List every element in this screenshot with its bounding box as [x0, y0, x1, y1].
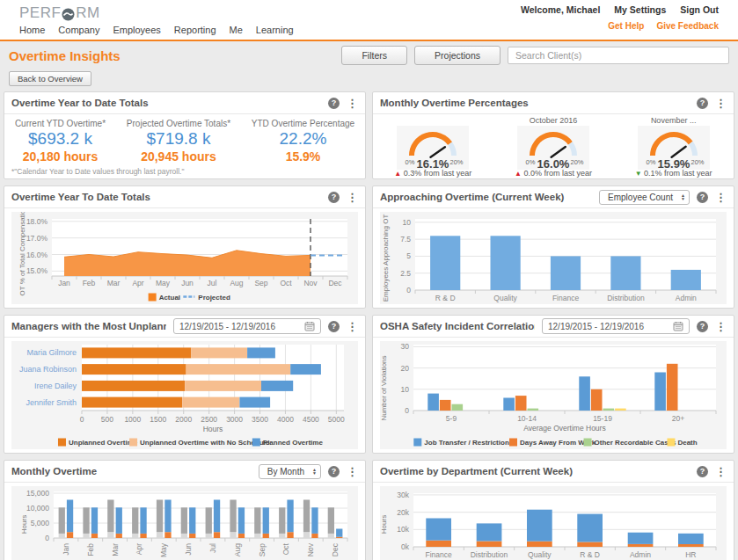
gauge-delta: ▲ 0.0% from last year [505, 169, 602, 178]
panel-ytd-area-chart: Overtime Year To Date Totals ? ⋮ 15.0%16… [4, 185, 366, 309]
app-logo[interactable]: PERFRM [19, 4, 294, 22]
panel-title: Overtime by Department (Current Week) [380, 466, 690, 476]
help-icon[interactable]: ? [328, 466, 340, 477]
nav-learning[interactable]: Learning [256, 25, 294, 35]
give-feedback-link[interactable]: Give Feedback [656, 21, 719, 31]
help-icon[interactable]: ? [697, 98, 708, 109]
chevron-updown-icon: ▲▼ [681, 193, 685, 200]
svg-text:Apr: Apr [135, 543, 143, 555]
svg-text:Admin: Admin [676, 294, 697, 302]
logo-text-prefix: PERF [19, 4, 61, 22]
help-icon[interactable]: ? [697, 466, 708, 477]
panel-managers-unplanned-overtime: Managers with the Most Unplanned Overtim… [4, 315, 366, 454]
svg-text:Dec: Dec [331, 542, 340, 556]
sign-out-link[interactable]: Sign Out [680, 4, 719, 15]
svg-text:2.5: 2.5 [400, 269, 411, 278]
svg-text:OT % of Total Compensation: OT % of Total Compensation [18, 212, 26, 295]
gauge-month-2: October 2016 0%20%16.0% ▲ 0.0% from last… [505, 116, 602, 178]
svg-text:Projected: Projected [198, 294, 230, 302]
gauge-title: October 2016 [505, 116, 602, 126]
svg-text:Unplanned Overtime with No Sch: Unplanned Overtime with No Schedule [140, 439, 270, 447]
svg-text:7.5: 7.5 [400, 235, 411, 244]
panel-osha-correlation: OSHA Safety Incident Correlation 12/19/2… [372, 315, 734, 454]
kpi-primary-value: $693.2 k [15, 129, 106, 149]
search-input[interactable] [508, 47, 729, 64]
svg-text:Juana Robinson: Juana Robinson [19, 365, 77, 374]
welcome-text: Welcome, Michael [521, 4, 600, 15]
kpi-secondary-value: 20,945 hours [127, 149, 230, 164]
kebab-menu-icon[interactable]: ⋮ [347, 321, 358, 332]
kebab-menu-icon[interactable]: ⋮ [715, 98, 727, 109]
panel-title: Monthly Overtime [11, 466, 252, 476]
date-range-picker[interactable]: 12/19/2015 - 12/19/2016 [173, 318, 321, 334]
logo-globe-icon [62, 8, 75, 21]
panel-title: OSHA Safety Incident Correlation [380, 321, 535, 331]
svg-text:20k: 20k [397, 508, 409, 517]
nav-home[interactable]: Home [19, 25, 45, 35]
svg-text:Death: Death [677, 439, 697, 447]
kpi-footnote: *"Calendar Year to Date values through l… [11, 167, 184, 176]
nav-company[interactable]: Company [58, 25, 99, 35]
help-icon[interactable]: ? [328, 192, 340, 203]
metric-dropdown[interactable]: Employee Count▲▼ [599, 190, 690, 205]
nav-me[interactable]: Me [230, 25, 243, 35]
main-nav: Home Company Employees Reporting Me Lear… [19, 25, 294, 40]
gauge-month-3: November ... 0%20%15.9% ▼ 0.1% from last… [625, 116, 722, 178]
svg-text:Unplanned Overtime: Unplanned Overtime [69, 439, 138, 447]
filters-button[interactable]: Filters [341, 46, 407, 65]
kebab-menu-icon[interactable]: ⋮ [715, 192, 727, 203]
help-icon[interactable]: ? [697, 192, 708, 203]
svg-text:Number of Violations: Number of Violations [380, 355, 388, 420]
kpi-label: Current YTD Overtime* [15, 119, 106, 128]
user-links: Welcome, Michael My Settings Sign Out [521, 4, 719, 15]
svg-text:Jul: Jul [208, 543, 217, 553]
kebab-menu-icon[interactable]: ⋮ [347, 98, 358, 109]
nav-reporting[interactable]: Reporting [174, 25, 216, 35]
page-toolbar: Overtime Insights Filters Projections [0, 41, 738, 65]
svg-text:Sep: Sep [254, 279, 267, 287]
kebab-menu-icon[interactable]: ⋮ [715, 321, 727, 332]
page-title: Overtime Insights [9, 48, 121, 63]
svg-text:15.9%: 15.9% [657, 157, 690, 170]
kpi-projected: Projected Overtime Totals* $719.8 k 20,9… [127, 119, 230, 164]
kebab-menu-icon[interactable]: ⋮ [715, 466, 727, 477]
kpi-row: Current YTD Overtime* $693.2 k 20,180 ho… [4, 114, 365, 164]
svg-text:Irene Dailey: Irene Dailey [34, 382, 77, 390]
svg-text:5,000: 5,000 [31, 519, 50, 527]
svg-text:Distribution: Distribution [471, 550, 508, 559]
department-overtime-chart: 0k10k20k30kHoursFinanceDistributionQuali… [380, 486, 727, 560]
svg-text:10: 10 [401, 385, 410, 394]
svg-text:Hours: Hours [203, 425, 223, 433]
svg-text:Maria Gilmore: Maria Gilmore [26, 348, 77, 357]
managers-overtime-chart: 0500100015002000250030003500400045005000… [11, 341, 358, 449]
calendar-icon [304, 321, 315, 331]
svg-text:Admin: Admin [630, 550, 651, 559]
help-icon[interactable]: ? [328, 321, 340, 332]
back-to-overview-button[interactable]: Back to Overview [9, 71, 91, 86]
svg-text:0: 0 [406, 286, 411, 295]
svg-text:May: May [156, 279, 171, 287]
panel-overtime-by-department: Overtime by Department (Current Week) ? … [372, 460, 734, 560]
kpi-percentage: YTD Overtime Percentage 22.2% 15.9% [252, 119, 354, 164]
svg-text:Feb: Feb [83, 279, 96, 287]
svg-text:10,000: 10,000 [26, 504, 49, 513]
svg-text:0%: 0% [406, 158, 415, 166]
help-icon[interactable]: ? [328, 98, 340, 109]
svg-text:Employees Approaching OT: Employees Approaching OT [382, 215, 390, 302]
grouping-dropdown[interactable]: By Month▲▼ [259, 464, 321, 479]
date-range-picker[interactable]: 12/19/2015 - 12/19/2016 [542, 318, 690, 334]
help-icon[interactable]: ? [697, 321, 708, 332]
get-help-link[interactable]: Get Help [608, 21, 644, 31]
kpi-label: YTD Overtime Percentage [252, 119, 354, 128]
gauge-delta: ▼ 0.1% from last year [625, 169, 722, 178]
nav-employees[interactable]: Employees [113, 25, 160, 35]
svg-text:HR: HR [685, 550, 696, 559]
panel-monthly-overtime: Monthly Overtime By Month▲▼ ? ⋮ 05,00010… [4, 460, 366, 560]
kebab-menu-icon[interactable]: ⋮ [347, 466, 358, 477]
svg-text:Jennifer Smith: Jennifer Smith [26, 398, 77, 407]
svg-text:Aug: Aug [233, 543, 242, 556]
projections-button[interactable]: Projections [414, 46, 501, 65]
my-settings-link[interactable]: My Settings [614, 4, 666, 15]
kebab-menu-icon[interactable]: ⋮ [347, 192, 358, 203]
kpi-primary-value: $719.8 k [127, 129, 230, 149]
